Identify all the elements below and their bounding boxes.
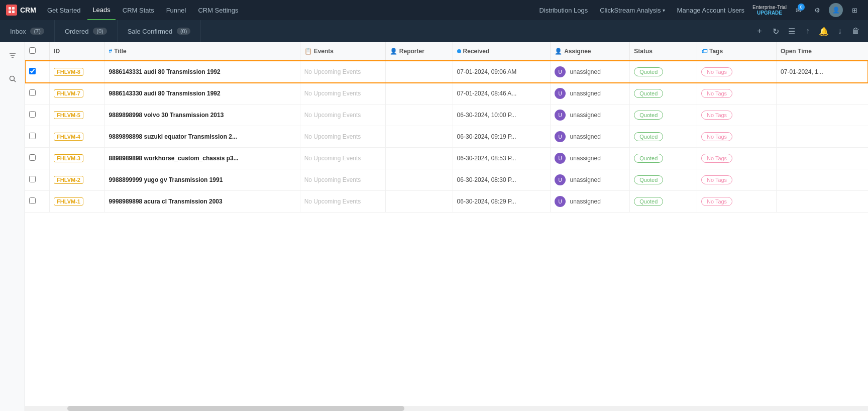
table-scroll[interactable]: ID # Title 📋 Events	[25, 42, 868, 406]
row-checkbox-4[interactable]	[29, 154, 36, 161]
events-text: No Upcoming Events	[304, 112, 361, 119]
id-badge: FHLVM-1	[54, 197, 83, 205]
cell-status: Quoted	[630, 148, 697, 169]
table-scrollbar[interactable]	[25, 406, 868, 411]
delete-button[interactable]: 🗑	[849, 24, 863, 38]
row-checkbox-6[interactable]	[29, 197, 36, 204]
cell-tags: No Tags	[697, 148, 776, 169]
nav-distribution-logs[interactable]: Distribution Logs	[535, 0, 592, 20]
cell-title: 9998989898 acura cl Transmission 2003	[104, 191, 300, 213]
cell-reporter	[385, 148, 453, 169]
cell-open-time	[777, 191, 868, 213]
cell-open-time	[777, 126, 868, 148]
cell-assignee: U unassigned	[551, 126, 630, 148]
reporter-icon: 👤	[390, 48, 397, 55]
refresh-button[interactable]: ↻	[769, 24, 783, 38]
events-text: No Upcoming Events	[304, 133, 361, 140]
cell-checkbox	[25, 126, 50, 148]
assignee-text: unassigned	[570, 133, 601, 140]
svg-rect-3	[12, 11, 15, 13]
cell-tags: No Tags	[697, 126, 776, 148]
grid-button[interactable]: ⊞	[847, 3, 862, 18]
cell-assignee: U unassigned	[551, 191, 630, 213]
cell-received: 06-30-2024, 08:30 P...	[453, 169, 551, 191]
cell-tags: No Tags	[697, 191, 776, 213]
events-text: No Upcoming Events	[304, 90, 361, 97]
subnav-inbox[interactable]: Inbox (7)	[0, 20, 55, 42]
svg-rect-0	[9, 7, 11, 10]
cell-events: No Upcoming Events	[300, 148, 385, 169]
col-assignee: 👤 Assignee	[551, 42, 630, 61]
svg-line-8	[14, 80, 16, 82]
cell-received: 06-30-2024, 10:00 P...	[453, 105, 551, 126]
table-row[interactable]: FHLVM-2 9988899999 yugo gv Transmission …	[25, 169, 868, 191]
table-row[interactable]: FHLVM-7 9886143330 audi 80 Transmission …	[25, 83, 868, 105]
nav-right-area: Distribution Logs ClickStream Analysis ▾…	[535, 0, 862, 20]
nav-crm-stats[interactable]: CRM Stats	[118, 0, 159, 20]
download-button[interactable]: ↓	[833, 24, 847, 38]
filter-icon[interactable]	[5, 47, 21, 63]
alert-button[interactable]: 🔔	[817, 24, 831, 38]
cell-id: FHLVM-5	[50, 105, 104, 126]
cell-title: 8898989898 workhorse_custom_chassis p3..…	[104, 148, 300, 169]
nav-crm-settings[interactable]: CRM Settings	[193, 0, 243, 20]
cell-id: FHLVM-2	[50, 169, 104, 191]
row-checkbox-2[interactable]	[29, 111, 36, 118]
nav-clickstream[interactable]: ClickStream Analysis ▾	[596, 0, 669, 20]
table-row[interactable]: FHLVM-4 9889898898 suzuki equator Transm…	[25, 126, 868, 148]
tag-badge: No Tags	[701, 89, 732, 98]
table-row[interactable]: FHLVM-5 9889898998 volvo 30 Transmission…	[25, 105, 868, 126]
table-row[interactable]: FHLVM-3 8898989898 workhorse_custom_chas…	[25, 148, 868, 169]
assignee-avatar: U	[555, 174, 566, 185]
subnav-ordered[interactable]: Ordered (0)	[55, 20, 118, 42]
table-row[interactable]: FHLVM-8 9886143331 audi 80 Transmission …	[25, 61, 868, 83]
row-checkbox-1[interactable]	[29, 89, 36, 96]
assignee-text: unassigned	[570, 90, 601, 97]
status-badge: Quoted	[634, 89, 663, 98]
cell-id: FHLVM-3	[50, 148, 104, 169]
assignee-text: unassigned	[570, 112, 601, 119]
select-all-checkbox[interactable]	[29, 47, 36, 54]
enterprise-badge[interactable]: Enterprise-Trial UPGRADE	[752, 5, 787, 16]
cell-reporter	[385, 105, 453, 126]
col-checkbox	[25, 42, 50, 61]
nav-funnel[interactable]: Funnel	[161, 0, 191, 20]
subnav-sale-confirmed[interactable]: Sale Confirmed (0)	[118, 20, 201, 42]
nav-manage-users[interactable]: Manage Account Users	[673, 0, 748, 20]
search-icon[interactable]	[5, 71, 21, 87]
cell-title: 9886143331 audi 80 Transmission 1992	[104, 61, 300, 83]
scrollbar-thumb[interactable]	[67, 406, 404, 411]
cell-assignee: U unassigned	[551, 105, 630, 126]
cell-events: No Upcoming Events	[300, 61, 385, 83]
notifications-button[interactable]: ✉ 0	[791, 3, 806, 18]
cell-checkbox	[25, 169, 50, 191]
title-text: 9886143330 audi 80 Transmission 1992	[109, 90, 221, 97]
received-text: 06-30-2024, 10:00 P...	[457, 112, 516, 119]
user-avatar[interactable]: 👤	[829, 3, 843, 17]
tag-badge: No Tags	[701, 154, 732, 163]
nav-get-started[interactable]: Get Started	[42, 0, 85, 20]
col-id: ID	[50, 42, 104, 61]
table-row[interactable]: FHLVM-1 9998989898 acura cl Transmission…	[25, 191, 868, 213]
svg-point-7	[10, 76, 14, 81]
settings-button[interactable]: ⚙	[810, 3, 825, 18]
cell-events: No Upcoming Events	[300, 105, 385, 126]
row-checkbox-0[interactable]	[29, 68, 36, 74]
received-text: 07-01-2024, 08:46 A...	[457, 90, 517, 97]
nav-leads[interactable]: Leads	[87, 0, 115, 20]
row-checkbox-5[interactable]	[29, 176, 36, 182]
tag-badge: No Tags	[701, 175, 732, 184]
upload-button[interactable]: ↑	[801, 24, 815, 38]
table-header-row: ID # Title 📋 Events	[25, 42, 868, 61]
cell-id: FHLVM-7	[50, 83, 104, 105]
row-checkbox-3[interactable]	[29, 133, 36, 139]
add-button[interactable]: +	[752, 24, 767, 38]
id-badge: FHLVM-4	[54, 133, 83, 141]
assignee-text: unassigned	[570, 176, 601, 183]
columns-button[interactable]: ☰	[785, 24, 799, 38]
received-text: 06-30-2024, 09:19 P...	[457, 133, 516, 140]
gear-icon: ⚙	[814, 7, 820, 14]
logo[interactable]: CRM	[6, 5, 36, 16]
col-tags: 🏷 Tags	[697, 42, 776, 61]
table-area: ID # Title 📋 Events	[25, 42, 868, 411]
